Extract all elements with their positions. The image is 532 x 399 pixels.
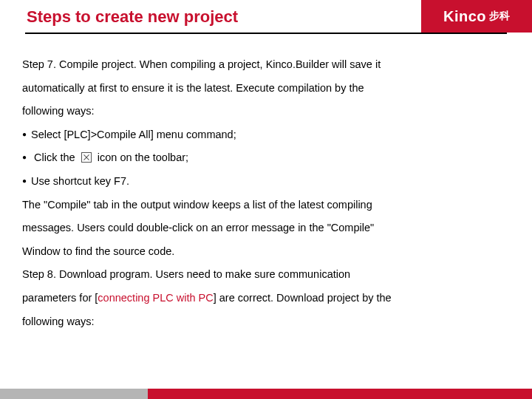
header-underline bbox=[25, 33, 507, 34]
logo-cn-text: 步科 bbox=[489, 10, 510, 23]
para-line: Window to find the source code. bbox=[22, 240, 510, 264]
para-line: Step 8. Download program. Users need to … bbox=[22, 263, 510, 287]
para-line: The "Compile" tab in the output window k… bbox=[22, 194, 510, 217]
text-fragment: ] are correct. Download project by the bbox=[214, 292, 392, 304]
page-title: Steps to create new project bbox=[27, 7, 238, 27]
body-content: Step 7. Compile project. When compiling … bbox=[22, 53, 510, 333]
para-line: parameters for [connecting PLC with PC] … bbox=[22, 287, 510, 310]
para-line: following ways: bbox=[22, 100, 510, 123]
compile-icon bbox=[81, 152, 92, 163]
bullet-text: Click the bbox=[34, 151, 75, 163]
link-connecting-plc: connecting PLC with PC bbox=[98, 292, 213, 304]
brand-logo: Kinco 步科 bbox=[421, 0, 532, 33]
text-fragment: parameters for [ bbox=[22, 292, 98, 304]
bullet-item: Select [PLC]>Compile All] menu command; bbox=[22, 123, 510, 147]
para-line: following ways: bbox=[22, 310, 510, 334]
footer-gray-bar bbox=[0, 389, 148, 399]
bullet-text: icon on the toolbar; bbox=[98, 151, 188, 163]
para-line: Step 7. Compile project. When compiling … bbox=[22, 53, 510, 77]
logo-text: Kinco bbox=[443, 8, 486, 25]
para-line: messages. Users could double-click on an… bbox=[22, 216, 510, 240]
bullet-item: Use shortcut key F7. bbox=[22, 170, 510, 194]
slide-header: Steps to create new project Kinco 步科 bbox=[0, 0, 532, 41]
para-line: automatically at first to ensure it is t… bbox=[22, 77, 510, 100]
bullet-item: Click the icon on the toolbar; bbox=[22, 146, 510, 170]
